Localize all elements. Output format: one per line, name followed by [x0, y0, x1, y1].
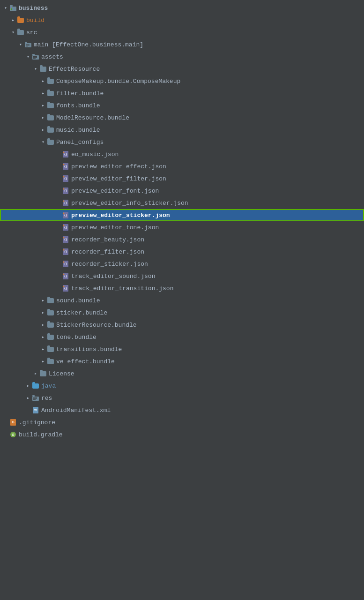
tree-item-recorder-filter-json[interactable]: {} recorder_filter.json — [0, 246, 364, 258]
tree-item-build[interactable]: build — [0, 14, 364, 26]
svg-text:{}: {} — [64, 238, 67, 241]
tree-item-res[interactable]: res — [0, 392, 364, 404]
tree-item-preview-effect-json[interactable]: {} preview_editor_effect.json — [0, 160, 364, 172]
tree-item-composemakeup[interactable]: ComposeMakeup.bundle.ComposeMakeup — [0, 75, 364, 87]
tree-item-music-bundle[interactable]: music.bundle — [0, 124, 364, 136]
arrow-panel-configs — [39, 138, 47, 146]
tree-item-tone-bundle[interactable]: tone.bundle — [0, 331, 364, 343]
label-track-transition-json: track_editor_transition.json — [71, 285, 173, 292]
svg-rect-5 — [11, 8, 12, 10]
label-music-bundle: music.bundle — [56, 127, 100, 134]
tree-item-build-gradle[interactable]: G build.gradle — [0, 428, 364, 441]
label-androidmanifest: AndroidManifest.xml — [41, 407, 111, 414]
tree-item-sticker-bundle[interactable]: sticker.bundle — [0, 307, 364, 319]
tree-item-panel-configs[interactable]: Panel_configs — [0, 136, 364, 148]
json-icon-recorder-filter: {} — [62, 248, 69, 255]
tree-item-preview-filter-json[interactable]: {} preview_editor_filter.json — [0, 172, 364, 185]
svg-text:{}: {} — [64, 177, 67, 180]
tree-item-track-transition-json[interactable]: {} track_editor_transition.json — [0, 282, 364, 294]
tree-item-src[interactable]: src — [0, 26, 364, 38]
tree-item-gitignore[interactable]: G .gitignore — [0, 416, 364, 428]
folder-plain-icon-src — [17, 29, 24, 36]
svg-rect-11 — [26, 45, 30, 45]
arrow-none-tt — [54, 285, 62, 292]
label-java: java — [41, 382, 56, 390]
folder-plain-icon-effectresource — [39, 65, 47, 73]
folder-plain-icon-panel-configs — [47, 138, 54, 146]
arrow-fonts-bundle — [39, 102, 47, 109]
tree-item-recorder-beauty-json[interactable]: {} recorder_beauty.json — [0, 233, 364, 246]
arrow-none-pef — [54, 175, 62, 182]
tree-item-eo-music-json[interactable]: {} eo_music.json — [0, 148, 364, 160]
svg-rect-7 — [14, 8, 15, 10]
folder-plain-icon-ve-effect — [47, 358, 54, 365]
svg-rect-56 — [33, 398, 37, 398]
tree-item-sound-bundle[interactable]: sound.bundle — [0, 294, 364, 307]
tree-item-effectresource[interactable]: EffectResource — [0, 63, 364, 75]
folder-plain-icon-tone — [47, 333, 54, 341]
svg-point-38 — [63, 225, 65, 226]
tree-item-track-sound-json[interactable]: {} track_editor_sound.json — [0, 270, 364, 282]
arrow-none-peis — [54, 199, 62, 207]
svg-point-41 — [63, 237, 65, 239]
tree-item-main[interactable]: main [EffectOne.business.main] — [0, 38, 364, 51]
folder-orange-icon — [17, 16, 24, 24]
tree-item-fonts-bundle[interactable]: fonts.bundle — [0, 99, 364, 112]
svg-text:{}: {} — [64, 274, 67, 278]
label-tone-bundle: tone.bundle — [56, 334, 97, 341]
tree-item-ve-effect-bundle[interactable]: ve_effect.bundle — [0, 355, 364, 368]
svg-text:{}: {} — [64, 250, 67, 253]
tree-item-business[interactable]: business — [0, 2, 364, 14]
label-eo-music-json: eo_music.json — [71, 151, 119, 158]
tree-item-preview-font-json[interactable]: {} preview_editor_font.json — [0, 185, 364, 197]
svg-text:{}: {} — [64, 213, 67, 217]
arrow-none-gitignore — [2, 419, 9, 426]
tree-item-transitions-bundle[interactable]: transitions.bundle — [0, 343, 364, 355]
arrow-src — [9, 29, 17, 36]
arrow-filter-bundle — [39, 90, 47, 97]
label-preview-effect-json: preview_editor_effect.json — [71, 163, 166, 170]
folder-plain-icon-license — [39, 370, 47, 377]
svg-point-47 — [63, 262, 65, 263]
arrow-none-pefont — [54, 187, 62, 195]
svg-rect-14 — [32, 54, 35, 55]
label-preview-font-json: preview_editor_font.json — [71, 188, 159, 195]
svg-rect-17 — [33, 58, 36, 59]
tree-item-modelresource[interactable]: ModelResource.bundle — [0, 112, 364, 124]
svg-text:MF: MF — [34, 408, 38, 411]
tree-item-preview-sticker-json[interactable]: {} preview_editor_sticker.json — [0, 209, 364, 221]
arrow-none-gradle — [2, 431, 9, 438]
folder-plain-icon-stickerresource — [47, 321, 54, 329]
json-icon-preview-font: {} — [62, 187, 69, 195]
tree-item-license[interactable]: License — [0, 368, 364, 380]
tree-item-preview-tone-json[interactable]: {} preview_editor_tone.json — [0, 221, 364, 233]
tree-item-androidmanifest[interactable]: MF AndroidManifest.xml — [0, 404, 364, 416]
json-icon-recorder-beauty: {} — [62, 236, 69, 243]
tree-item-stickerresource-bundle[interactable]: StickerResource.bundle — [0, 319, 364, 331]
label-track-sound-json: track_editor_sound.json — [71, 273, 155, 280]
folder-plain-icon-sound — [47, 297, 54, 304]
arrow-none-rs — [54, 260, 62, 268]
folder-plain-icon-transitions — [47, 345, 54, 353]
svg-rect-15 — [33, 56, 37, 57]
svg-text:{}: {} — [64, 165, 67, 168]
svg-point-23 — [63, 164, 65, 165]
label-effectresource: EffectResource — [49, 66, 100, 73]
json-icon-preview-sticker: {} — [62, 211, 69, 219]
tree-item-filter-bundle[interactable]: filter.bundle — [0, 87, 364, 99]
svg-text:{}: {} — [64, 152, 67, 156]
tree-item-recorder-sticker-json[interactable]: {} recorder_sticker.json — [0, 258, 364, 270]
label-preview-filter-json: preview_editor_filter.json — [71, 175, 166, 182]
tree-item-assets[interactable]: assets — [0, 51, 364, 63]
svg-rect-1 — [10, 5, 13, 7]
svg-rect-10 — [26, 44, 30, 45]
arrow-tone-bundle — [39, 333, 47, 341]
folder-module-icon-assets — [32, 53, 39, 60]
module-chart-icon — [9, 4, 17, 12]
json-icon-recorder-sticker: {} — [62, 260, 69, 268]
tree-item-java[interactable]: java — [0, 380, 364, 392]
folder-plain-icon-modelresource — [47, 114, 54, 121]
label-recorder-beauty-json: recorder_beauty.json — [71, 236, 144, 243]
tree-item-preview-info-sticker-json[interactable]: {} preview_editor_info_sticker.json — [0, 197, 364, 209]
arrow-transitions-bundle — [39, 345, 47, 353]
